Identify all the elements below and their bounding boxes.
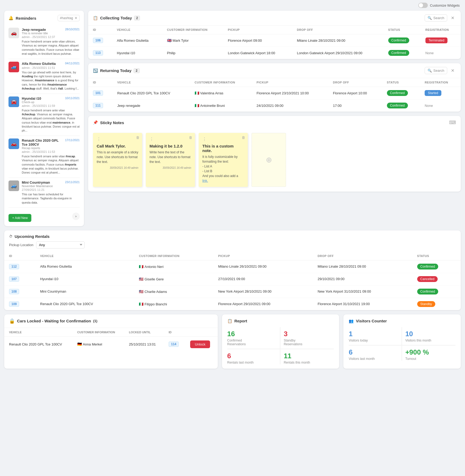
row-pickup: Florence Airport 29/10/2021 09:00	[213, 298, 313, 310]
returning-today-panel: ↩️ Returning Today 2 🔍 Search ✕ ID VEH	[88, 63, 461, 112]
sticky-trash-button[interactable]: 🗑	[242, 136, 245, 140]
table-row: 112 Alfa Romeo Giulietta 🇮🇹Antonio Neri …	[4, 260, 461, 273]
row-pickup: 27/10/2021 09:00	[213, 273, 313, 285]
collecting-icon: 📋	[93, 16, 98, 20]
stat-value: 6	[349, 348, 398, 356]
row-id: 112	[9, 264, 19, 269]
cars-locked-header: 🔒 Cars Locked - Waiting for Confirmation…	[4, 314, 218, 328]
col-vehicle: VEHICLE	[4, 328, 72, 337]
row-id: 101	[93, 90, 103, 96]
sticky-trash-button[interactable]: 🗑	[136, 136, 139, 140]
sticky-note-3: ⋮ 🗑 This is a custom note. It is fully c…	[199, 133, 248, 187]
sticky-note-title: This is a custom note.	[202, 144, 244, 153]
row-pickup: 24/10/2021 09:00	[252, 99, 328, 112]
report-icon: 📋	[227, 319, 232, 323]
list-item: 🚙 Mini Countryman 23/11/2021 November Ma…	[8, 178, 80, 208]
hashtag-input[interactable]: #hashtag ✕	[58, 15, 80, 21]
col-action	[185, 328, 218, 337]
sticky-notes-options[interactable]: ⌨	[449, 120, 456, 125]
table-row: 101 Renault Clio 2020 GPL Tce 100CV 🇮🇹Va…	[88, 87, 461, 99]
right-content: 📋 Collecting Today 2 🔍 Search ✕ ID VE	[88, 11, 461, 226]
col-vehicle: VEHICLE	[112, 26, 162, 34]
table-row: 113 Hyundai i10 Philip London Gatewick A…	[88, 47, 461, 59]
customize-toggle[interactable]: Customize Widgets	[418, 3, 460, 8]
collecting-table: ID VEHICLE CUSTOMER INFORMATION PICKUP D…	[88, 26, 461, 59]
lock-icon: 🔒	[9, 318, 15, 324]
sticky-notes-header: 📌 Sticky Notes ⌨	[88, 116, 461, 129]
add-sticky-note-button[interactable]: ⊕	[251, 133, 286, 187]
collecting-search[interactable]: 🔍 Search	[425, 14, 447, 22]
row-customer: 🇺🇸Giselle Gere	[134, 273, 213, 285]
row-vehicle: Renault Clio 2020 GPL Tce 100CV	[35, 298, 134, 310]
returning-icon: ↩️	[93, 68, 98, 73]
stat-visitors-last-month: 6 Visitors last month	[349, 346, 402, 361]
cars-locked-title: Cars Locked - Waiting for Confirmation	[17, 319, 91, 323]
row-vehicle: Renault Clio 2020 GPL Tce 100CV	[113, 87, 190, 99]
collecting-today-panel: 📋 Collecting Today 2 🔍 Search ✕ ID VE	[88, 11, 461, 59]
unlock-button[interactable]: Unlock	[190, 340, 210, 348]
avatar: 🚗	[8, 138, 19, 149]
clear-hashtag-icon[interactable]: ✕	[75, 16, 77, 20]
row-customer: 🇮🇹Valentina Arras	[190, 87, 252, 99]
row-vehicle: Hyundai i10	[112, 47, 162, 59]
table-row: 109 Renault Clio 2020 GPL Tce 100CV 🇮🇹Fi…	[4, 298, 461, 310]
stat-value: +900 %	[405, 348, 455, 356]
row-vehicle: Alfa Romeo Giulietta	[112, 34, 162, 47]
sticky-dots-icon[interactable]: ⋮	[150, 137, 154, 142]
row-id: 108	[9, 289, 19, 294]
report-title: 📋 Report	[227, 319, 334, 323]
sticky-dots-icon[interactable]: ⋮	[97, 137, 101, 142]
list-item: 🚙 Alfa Romeo Giulietta 04/11/2021 admin …	[8, 59, 80, 94]
row-vehicle: Alfa Romeo Giulietta	[35, 260, 134, 273]
report-panel: 📋 Report 16 ConfirmedReservations 3 Stan…	[222, 314, 339, 369]
registration-badge: Started	[425, 90, 441, 96]
add-plus-icon: ⊕	[266, 155, 272, 164]
cars-locked-table: VEHICLE CUSTOMER INFORMATION LOCKED UNTI…	[4, 328, 218, 352]
row-locked-until: 25/10/2021 13:01	[124, 336, 164, 352]
bell-icon: 🔔	[8, 16, 14, 20]
row-customer: Philip	[162, 47, 223, 59]
row-customer: 🇩🇪Anna Merkel	[72, 336, 124, 352]
more-arrow-button[interactable]: ›	[72, 213, 80, 220]
sticky-note-footer: 30/09/2021 16:49 admin	[97, 166, 138, 169]
row-pickup: Florence Airport 09:00	[223, 34, 292, 47]
returning-today-header: ↩️ Returning Today 2 🔍 Search ✕	[88, 63, 461, 78]
avatar: 🚘	[8, 96, 19, 107]
cars-locked-panel: 🔒 Cars Locked - Waiting for Confirmation…	[4, 314, 218, 369]
search-icon: 🔍	[428, 69, 432, 73]
row-dropoff: 17:00	[328, 99, 382, 112]
sticky-dots-icon[interactable]: ⋮	[202, 137, 207, 142]
col-id: ID	[88, 78, 113, 87]
reminder-car-name: Mini Countryman	[22, 180, 50, 184]
row-dropoff: Florence Airport 31/10/2021 19:00	[313, 298, 412, 310]
table-row: Renault Clio 2020 GPL Tce 100CV 🇩🇪Anna M…	[4, 336, 218, 352]
stat-value: 16	[227, 330, 277, 338]
pickup-location-select[interactable]: Any Florence Airport Milano Linate Londo…	[36, 241, 85, 248]
avatar: 🚙	[8, 62, 19, 72]
add-new-button[interactable]: + Add New	[8, 214, 31, 222]
stat-visitors-this-month: 10 Visitors this month	[402, 327, 455, 346]
sticky-notes-title: 📌 Sticky Notes	[93, 120, 124, 125]
toggle-switch[interactable]	[418, 3, 428, 8]
upcoming-rentals-section: ⏱ Upcoming Rentals Pickup Location Any F…	[0, 230, 465, 314]
returning-close-button[interactable]: ✕	[449, 68, 456, 74]
stat-label: Rentals this month	[284, 361, 334, 364]
status-badge: Confirmed	[388, 37, 409, 43]
row-dropoff: 29/10/2021 09:00	[313, 273, 412, 285]
stat-standby-reservations: 3 StandbyReservations	[280, 327, 334, 349]
sticky-trash-button[interactable]: 🗑	[189, 136, 192, 140]
sticky-notes-grid: ⋮ 🗑 Call Mark Tylor. This is an example …	[88, 129, 461, 192]
row-customer: 🇮🇹Antonio Neri	[134, 260, 213, 273]
stat-rentals-this-month: 11 Rentals this month	[280, 349, 334, 364]
col-id: ID	[164, 328, 185, 337]
returning-table: ID VEHICLE CUSTOMER INFORMATION PICKUP D…	[88, 78, 461, 112]
sticky-notes-panel: 📌 Sticky Notes ⌨ ⋮ 🗑 Call Mark Tylor. Th…	[88, 116, 461, 192]
visitors-counter-panel: 👥 Visitors Counter 1 Visitors today 10 V…	[343, 314, 461, 369]
collecting-close-button[interactable]: ✕	[449, 15, 456, 21]
row-dropoff: New York Airport 31/10/2021 09:00	[313, 285, 412, 298]
returning-search[interactable]: 🔍 Search	[425, 67, 447, 74]
sticky-note-link[interactable]: link.	[202, 179, 208, 183]
col-dropoff: DROP OFF	[328, 78, 382, 87]
upcoming-rentals-panel: ⏱ Upcoming Rentals Pickup Location Any F…	[4, 230, 461, 310]
sticky-note-1: ⋮ 🗑 Call Mark Tylor. This is an example …	[93, 133, 142, 187]
